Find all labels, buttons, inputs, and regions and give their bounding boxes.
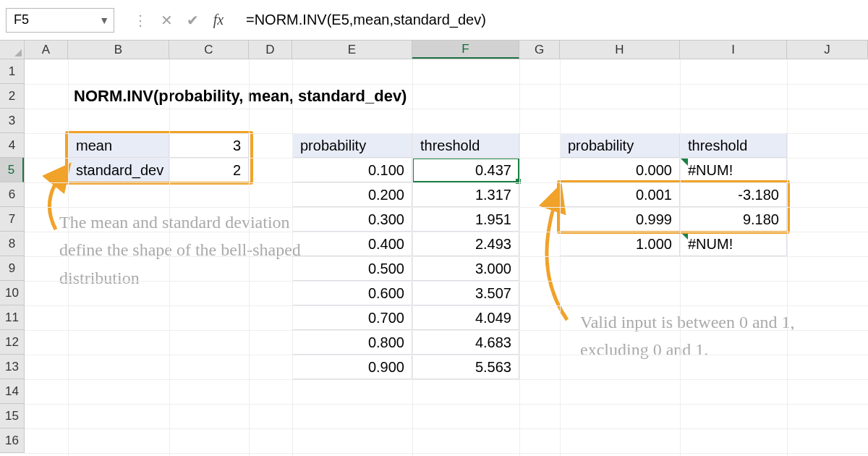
col-header-I[interactable]: I <box>680 41 787 59</box>
row-header-3[interactable]: 3 <box>0 109 24 133</box>
cell-F9[interactable]: 3.000 <box>412 256 519 281</box>
chevron-down-icon[interactable]: ▼ <box>99 14 109 26</box>
cell-F7[interactable]: 1.951 <box>412 207 519 232</box>
page-title: NORM.INV(probability, mean, standard_dev… <box>74 87 407 106</box>
name-box[interactable]: F5 ▼ <box>6 8 114 33</box>
cell-E5[interactable]: 0.100 <box>292 158 412 182</box>
row-header-6[interactable]: 6 <box>0 182 24 207</box>
row-header-16[interactable]: 16 <box>0 428 24 453</box>
cell-E6[interactable]: 0.200 <box>292 182 412 207</box>
col-header-G[interactable]: G <box>519 41 560 59</box>
row-header-15[interactable]: 15 <box>0 404 24 428</box>
cell-B5[interactable]: standard_dev <box>68 158 169 182</box>
cell-F10[interactable]: 3.507 <box>412 281 519 305</box>
col-header-H[interactable]: H <box>560 41 680 59</box>
arrow-icon <box>38 168 81 233</box>
column-headers: ABCDEFGHIJ <box>25 41 868 59</box>
formula-bar: F5 ▼ ⋮ ✕ ✔ fx =NORM.INV(E5,mean,standard… <box>0 0 868 41</box>
error-indicator-icon <box>681 232 688 240</box>
name-box-value: F5 <box>14 12 29 28</box>
row-header-1[interactable]: 1 <box>0 59 24 84</box>
row-header-7[interactable]: 7 <box>0 207 24 232</box>
row-header-13[interactable]: 13 <box>0 355 24 379</box>
cell-I7[interactable]: 9.180 <box>680 207 787 232</box>
cell-E12[interactable]: 0.800 <box>292 330 412 355</box>
col-header-B[interactable]: B <box>68 41 169 59</box>
cell-I8[interactable]: #NUM! <box>680 232 787 256</box>
cell-F13[interactable]: 5.563 <box>412 355 519 379</box>
cell-F11[interactable]: 4.049 <box>412 305 519 330</box>
row-headers: 12345678910111213141516 <box>0 59 25 453</box>
annotation-note: The mean and standard deviation define t… <box>59 208 305 292</box>
cell-C5[interactable]: 2 <box>169 158 249 182</box>
annotation-note: Valid input is between 0 and 1, excludin… <box>580 308 826 364</box>
row-header-12[interactable]: 12 <box>0 330 24 355</box>
cell-E7[interactable]: 0.300 <box>292 207 412 232</box>
cell-E13[interactable]: 0.900 <box>292 355 412 379</box>
cell-C4[interactable]: 3 <box>169 133 249 158</box>
cell-F6[interactable]: 1.317 <box>412 182 519 207</box>
arrow-icon <box>531 190 582 327</box>
cell-E4[interactable]: probability <box>292 133 412 158</box>
select-all-corner[interactable] <box>0 41 25 59</box>
cell-I6[interactable]: -3.180 <box>680 182 787 207</box>
enter-icon[interactable]: ✔ <box>179 8 205 33</box>
row-header-11[interactable]: 11 <box>0 305 24 330</box>
cell-E8[interactable]: 0.400 <box>292 232 412 256</box>
row-header-4[interactable]: 4 <box>0 133 24 158</box>
cell-F8[interactable]: 2.493 <box>412 232 519 256</box>
row-header-9[interactable]: 9 <box>0 256 24 281</box>
row-header-2[interactable]: 2 <box>0 84 24 109</box>
row-header-14[interactable]: 14 <box>0 379 24 404</box>
cell-E11[interactable]: 0.700 <box>292 305 412 330</box>
row-header-10[interactable]: 10 <box>0 281 24 305</box>
error-indicator-icon <box>681 159 688 166</box>
cell-B4[interactable]: mean <box>68 133 169 158</box>
cell-H4[interactable]: probability <box>560 133 680 158</box>
formula-input[interactable]: =NORM.INV(E5,mean,standard_dev) <box>231 12 862 28</box>
cell-H5[interactable]: 0.000 <box>560 158 680 182</box>
cell-F12[interactable]: 4.683 <box>412 330 519 355</box>
cell-I5[interactable]: #NUM! <box>680 158 787 182</box>
col-header-C[interactable]: C <box>169 41 249 59</box>
col-header-J[interactable]: J <box>787 41 868 59</box>
undo-step-icon[interactable]: ⋮ <box>127 8 153 33</box>
col-header-E[interactable]: E <box>292 41 412 59</box>
fx-icon[interactable]: fx <box>205 8 231 33</box>
cell-F4[interactable]: threshold <box>412 133 519 158</box>
col-header-A[interactable]: A <box>25 41 68 59</box>
cell-E10[interactable]: 0.600 <box>292 281 412 305</box>
row-header-5[interactable]: 5 <box>0 158 24 182</box>
cell-E9[interactable]: 0.500 <box>292 256 412 281</box>
cancel-icon[interactable]: ✕ <box>153 8 179 33</box>
col-header-F[interactable]: F <box>412 41 519 59</box>
col-header-D[interactable]: D <box>249 41 292 59</box>
cell-F5[interactable]: 0.437 <box>412 158 519 182</box>
cell-I4[interactable]: threshold <box>680 133 787 158</box>
worksheet-grid[interactable]: NORM.INV(probability, mean, standard_dev… <box>25 59 868 456</box>
row-header-8[interactable]: 8 <box>0 232 24 256</box>
